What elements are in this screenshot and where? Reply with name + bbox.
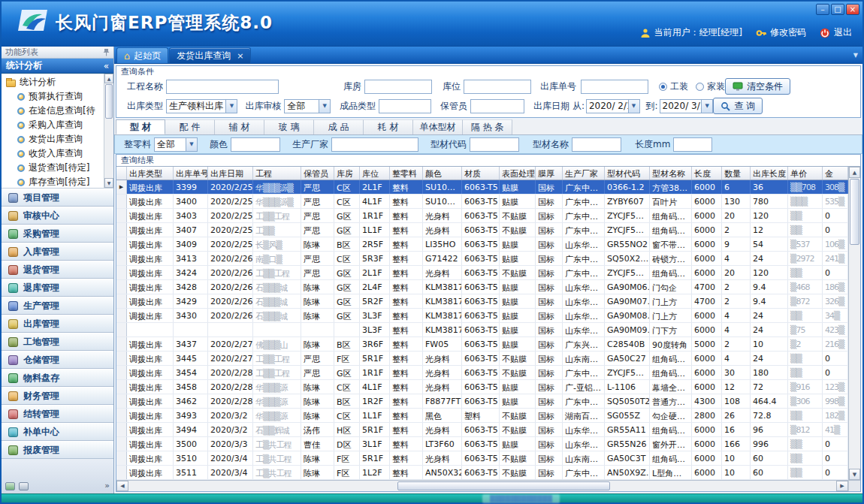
column-header[interactable]: 金 bbox=[823, 167, 848, 180]
table-row[interactable]: 调拨出库34932020/3/2华▒▒▒源陈琳C区1L1F整料黑色塑料不贴膜国标… bbox=[116, 409, 848, 423]
tab-shipping-outbound-query[interactable]: 发货出库查询× bbox=[169, 47, 251, 63]
category-tab-6[interactable]: 单体型材 bbox=[413, 119, 463, 134]
profile-name-input[interactable] bbox=[572, 137, 621, 152]
table-row[interactable]: 调拨出库34582020/2/28华▒▒▒源陈琳C区4L1F整料光身料6063-… bbox=[116, 380, 848, 394]
profile-code-input[interactable] bbox=[470, 137, 519, 152]
clear-button[interactable]: 清空条件 bbox=[725, 78, 790, 95]
column-header[interactable]: 型材代码 bbox=[605, 167, 650, 180]
logout-button[interactable]: 退出 bbox=[820, 26, 852, 39]
minimize-button[interactable]: － bbox=[816, 4, 829, 15]
table-row[interactable]: 调拨出库34292020/2/26石▒▒▒城陈琳G区5R2F整料KLM38176… bbox=[116, 294, 848, 309]
maximize-button[interactable]: □ bbox=[831, 4, 844, 15]
sidebar-item-storage-mgmt[interactable]: 仓储管理 bbox=[2, 351, 113, 369]
grid-vscrollbar-thumb[interactable] bbox=[850, 179, 859, 245]
sidebar-item-audit-center[interactable]: 审核中心 bbox=[2, 207, 113, 225]
tree-root-item[interactable]: 统计分析 bbox=[2, 75, 113, 89]
column-header[interactable]: 颜色 bbox=[423, 167, 462, 180]
column-header[interactable]: 型材名称 bbox=[650, 167, 692, 180]
collapse-icon[interactable]: « bbox=[104, 61, 109, 71]
tree-scrollbar-thumb[interactable] bbox=[105, 84, 113, 119]
category-tab-7[interactable]: 隔 热 条 bbox=[463, 119, 512, 134]
chevron-down-icon[interactable]: ▼ bbox=[628, 100, 639, 113]
tree-item[interactable]: 在途信息查询[待 bbox=[2, 104, 113, 118]
change-password-button[interactable]: 修改密码 bbox=[756, 26, 806, 39]
table-row[interactable]: 调拨出库34942020/3/2石▒▒辉城汤伟H区5R1F整料光身料6063-T… bbox=[116, 423, 848, 437]
column-header[interactable]: 材质 bbox=[462, 167, 500, 180]
table-row[interactable]: 调拨出库34242020/2/26工▒▒工程严思G区2L1F整料光身料6063-… bbox=[116, 266, 848, 280]
more-buttons-icon[interactable]: » bbox=[104, 481, 110, 490]
column-header[interactable]: 出库类型 bbox=[127, 167, 174, 180]
scroll-down-icon[interactable]: ▼ bbox=[849, 469, 860, 480]
sidebar-item-supplement-center[interactable]: 补单中心 bbox=[2, 423, 113, 441]
date-from-picker[interactable]: 2020/ 2/16 ▼ bbox=[586, 99, 640, 113]
keeper-input[interactable] bbox=[470, 99, 524, 113]
column-header[interactable]: 出库单号 bbox=[174, 167, 208, 180]
scroll-up-icon[interactable]: ▲ bbox=[849, 167, 860, 178]
table-row[interactable]: 3L3F整料KLM38176063-T5贴膜国标山东华…GA90M09…门下方6… bbox=[116, 323, 848, 337]
tab-overflow-icon[interactable]: ▼ bbox=[853, 52, 858, 59]
grid-hscrollbar-track[interactable] bbox=[128, 481, 836, 491]
chevron-down-icon[interactable]: ▼ bbox=[701, 100, 712, 113]
sidebar-item-carryover-mgmt[interactable]: 结转管理 bbox=[2, 405, 113, 423]
column-header[interactable]: 整零料 bbox=[390, 167, 423, 180]
sidebar-item-inventory-count[interactable]: 物料盘存 bbox=[2, 369, 113, 387]
category-tab-0[interactable]: 型 材 bbox=[116, 119, 165, 134]
tree-item[interactable]: 发货出库查询 bbox=[2, 132, 113, 146]
out-type-combo[interactable]: 生产领料出库 ▼ bbox=[166, 99, 237, 113]
grid-hscrollbar-thumb[interactable] bbox=[397, 481, 610, 490]
column-header[interactable]: 表面处理 bbox=[500, 167, 536, 180]
sidebar-item-finance-mgmt[interactable]: 财务管理 bbox=[2, 387, 113, 405]
sidebar-item-site-mgmt[interactable]: 工地管理 bbox=[2, 333, 113, 351]
sidebar-section-statistics[interactable]: 统计分析 « bbox=[2, 59, 113, 74]
sidebar-item-inbound-mgmt[interactable]: 入库管理 bbox=[2, 243, 113, 261]
maker-input[interactable] bbox=[331, 137, 418, 152]
date-to-picker[interactable]: 2020/ 3/16 ▼ bbox=[660, 99, 714, 113]
project-name-input[interactable] bbox=[166, 80, 279, 94]
column-header[interactable]: 保管员 bbox=[301, 167, 334, 180]
whole-scrap-combo[interactable]: 全部 ▼ bbox=[154, 137, 198, 152]
table-row[interactable]: ▶调拨出库33992020/2/25华▒▒▒源▒严思C区2L1F整料SU10…6… bbox=[116, 180, 848, 195]
column-header[interactable]: 生产厂家 bbox=[563, 167, 605, 180]
location-input[interactable] bbox=[464, 80, 531, 94]
table-row[interactable]: 调拨出库34132020/2/26南▒口▒严思C区5R3F整料G71422606… bbox=[116, 252, 848, 266]
column-header[interactable]: 膜厚 bbox=[536, 167, 563, 180]
table-row[interactable]: 调拨出库34542020/2/28工▒▒工程严思G区1R1F整料光身料6063-… bbox=[116, 366, 848, 380]
column-header[interactable]: 数量 bbox=[722, 167, 751, 180]
sidebar-item-outbound-mgmt[interactable]: 出库管理 bbox=[2, 315, 113, 333]
sidebar-item-project-mgmt[interactable]: 项目管理 bbox=[2, 189, 113, 207]
category-tab-2[interactable]: 辅 材 bbox=[215, 119, 264, 134]
grid-hscrollbar[interactable]: ◀ ▶ bbox=[116, 480, 860, 491]
table-row[interactable]: 调拨出库34032020/2/25工▒▒工程严思G区1R1F整料光身料6063-… bbox=[116, 209, 848, 223]
table-row[interactable]: 调拨出库34452020/2/27工▒▒工程严思F区5R1F整料光身料6063-… bbox=[116, 352, 848, 366]
order-no-input[interactable] bbox=[581, 80, 648, 94]
scroll-up-icon[interactable]: ▲ bbox=[104, 74, 113, 83]
color-input[interactable] bbox=[231, 137, 280, 152]
sidebar-item-purchase-mgmt[interactable]: 采购管理 bbox=[2, 225, 113, 243]
tab-start-page[interactable]: ⌂起始页 bbox=[116, 47, 168, 63]
table-row[interactable]: 调拨出库34302020/2/26石▒▒▒城陈琳G区3L3F整料KLM38176… bbox=[116, 309, 848, 323]
column-header[interactable]: 出库日期 bbox=[208, 167, 253, 180]
monitor-icon[interactable] bbox=[19, 482, 29, 490]
category-tab-5[interactable]: 耗 材 bbox=[364, 119, 413, 134]
tree-item[interactable]: 采购入库查询 bbox=[2, 118, 113, 132]
grid-vscrollbar[interactable]: ▲ ▼ bbox=[848, 167, 860, 480]
scroll-left-icon[interactable]: ◀ bbox=[116, 481, 128, 491]
tree-item[interactable]: 预算执行查询 bbox=[2, 89, 113, 104]
close-button[interactable]: × bbox=[846, 4, 859, 15]
sidebar-item-scrap-mgmt[interactable]: 报废管理 bbox=[2, 441, 113, 459]
sidebar-item-production-mgmt[interactable]: 生产管理 bbox=[2, 297, 113, 315]
column-header[interactable]: 出库长度 bbox=[751, 167, 788, 180]
table-row[interactable]: 调拨出库34372020/2/27佛▒▒▒山陈琳B区3R6F整料FW056063… bbox=[116, 337, 848, 352]
tree-scrollbar[interactable]: ▲ ▼ bbox=[104, 74, 113, 188]
table-row[interactable]: 调拨出库34092020/2/25长▒风▒陈琳B区2R5F整料LI35HO606… bbox=[116, 237, 848, 252]
table-row[interactable]: 调拨出库35112020/3/4工▒共工程陈琳F区1L2F整料AN50X3260… bbox=[116, 466, 848, 480]
warehouse-input[interactable] bbox=[364, 80, 432, 94]
category-tab-1[interactable]: 配 件 bbox=[165, 119, 215, 134]
table-row[interactable]: 调拨出库34282020/2/26石▒▒▒城陈琳G区2L4F整料KLM38176… bbox=[116, 280, 848, 294]
table-row[interactable]: 调拨出库35002020/3/3工▒共工程曹佳D区3L1F整料LT3F60606… bbox=[116, 437, 848, 451]
radio-jiazhuang[interactable]: 家装 bbox=[696, 80, 725, 93]
chevron-down-icon[interactable]: ▼ bbox=[225, 100, 237, 113]
column-header[interactable]: 库房 bbox=[334, 167, 360, 180]
product-type-input[interactable] bbox=[379, 99, 431, 113]
tab-close-icon[interactable]: × bbox=[237, 51, 243, 61]
